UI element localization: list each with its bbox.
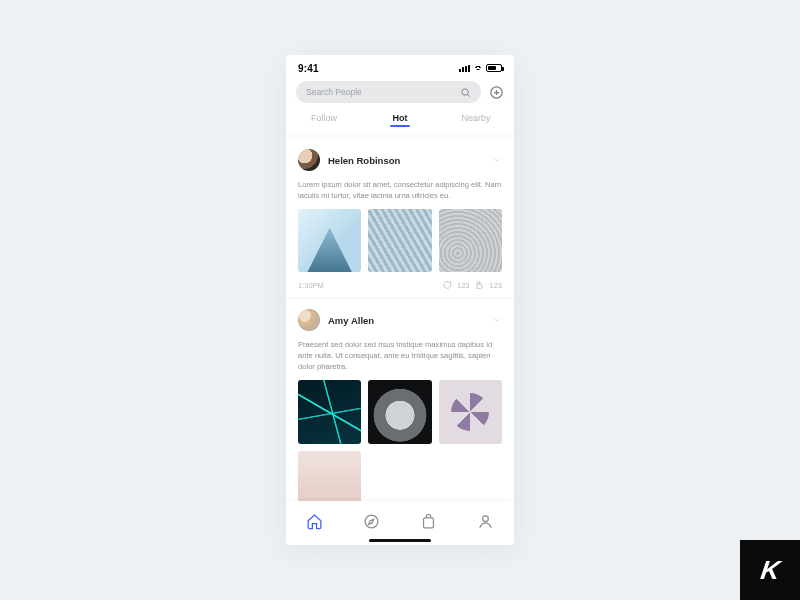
wifi-icon (473, 64, 483, 72)
feed-card: Helen Robinson Lorem ipsum dolor sit ame… (286, 139, 514, 299)
home-icon (306, 513, 323, 530)
status-time: 9:41 (298, 63, 319, 74)
brand-badge: K (740, 540, 800, 600)
search-row: Search People (286, 81, 514, 103)
svg-point-0 (462, 88, 468, 94)
likes-count: 123 (489, 281, 502, 290)
card-body: Lorem ipsum dolor sit amet, consectetur … (298, 179, 502, 201)
search-icon (460, 87, 471, 98)
status-icons (459, 64, 502, 72)
compass-icon (363, 513, 380, 530)
feed-scroll[interactable]: Helen Robinson Lorem ipsum dolor sit ame… (286, 139, 514, 501)
feed-tabs: Follow Hot Nearby (286, 103, 514, 133)
tab-follow[interactable]: Follow (286, 113, 362, 123)
user-name[interactable]: Helen Robinson (328, 155, 400, 166)
thumb[interactable] (439, 380, 502, 443)
card-menu-button[interactable] (492, 311, 502, 329)
tab-hot[interactable]: Hot (362, 113, 438, 123)
comments-count: 123 (457, 281, 470, 290)
card-meta: 1:30PM 123 123 (298, 280, 502, 290)
user-name[interactable]: Amy Allen (328, 315, 374, 326)
thumb[interactable] (439, 209, 502, 272)
thumb[interactable] (368, 380, 431, 443)
feed-card: Amy Allen Praesent sed dolor sed risus t… (286, 299, 514, 501)
add-button[interactable] (489, 85, 504, 100)
svg-rect-3 (424, 517, 434, 527)
user-icon (477, 513, 494, 530)
card-body: Praesent sed dolor sed risus tristique m… (298, 339, 502, 372)
status-bar: 9:41 (286, 55, 514, 81)
svg-point-2 (365, 515, 378, 528)
search-placeholder: Search People (306, 87, 362, 97)
plus-circle-icon (489, 85, 504, 100)
card-gallery (298, 380, 502, 501)
tab-nearby[interactable]: Nearby (438, 113, 514, 123)
avatar[interactable] (298, 309, 320, 331)
chevron-down-icon (492, 315, 502, 325)
thumb[interactable] (368, 209, 431, 272)
phone-frame: 9:41 Search People Follow Hot Nearby Hel… (286, 55, 514, 545)
card-header: Amy Allen (298, 309, 502, 331)
like-icon[interactable] (474, 280, 484, 290)
battery-icon (486, 64, 502, 72)
nav-shop[interactable] (420, 513, 437, 534)
shopping-bag-icon (420, 513, 437, 530)
bottom-nav (286, 501, 514, 545)
nav-explore[interactable] (363, 513, 380, 534)
card-header: Helen Robinson (298, 149, 502, 171)
brand-letter: K (758, 555, 781, 586)
chevron-down-icon (492, 155, 502, 165)
search-input[interactable]: Search People (296, 81, 481, 103)
home-indicator (369, 539, 431, 542)
card-menu-button[interactable] (492, 151, 502, 169)
thumb[interactable] (298, 380, 361, 443)
svg-point-4 (483, 515, 489, 521)
cellular-icon (459, 65, 470, 72)
thumb[interactable] (298, 209, 361, 272)
nav-profile[interactable] (477, 513, 494, 534)
thumb[interactable] (298, 451, 361, 501)
comments-icon[interactable] (442, 280, 452, 290)
timestamp: 1:30PM (298, 281, 324, 290)
card-gallery (298, 209, 502, 272)
avatar[interactable] (298, 149, 320, 171)
nav-home[interactable] (306, 513, 323, 534)
